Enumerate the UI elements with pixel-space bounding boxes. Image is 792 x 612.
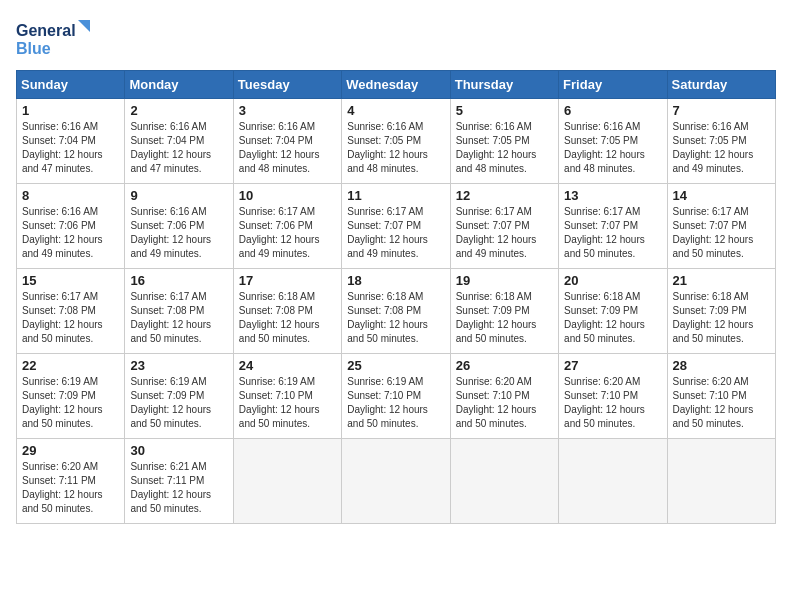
calendar-cell: 26Sunrise: 6:20 AMSunset: 7:10 PMDayligh… [450, 354, 558, 439]
day-number: 5 [456, 103, 553, 118]
calendar: SundayMondayTuesdayWednesdayThursdayFrid… [16, 70, 776, 524]
calendar-cell [667, 439, 775, 524]
calendar-cell: 9Sunrise: 6:16 AMSunset: 7:06 PMDaylight… [125, 184, 233, 269]
calendar-cell: 25Sunrise: 6:19 AMSunset: 7:10 PMDayligh… [342, 354, 450, 439]
day-info: Sunrise: 6:21 AMSunset: 7:11 PMDaylight:… [130, 460, 227, 516]
day-info: Sunrise: 6:16 AMSunset: 7:06 PMDaylight:… [22, 205, 119, 261]
day-info: Sunrise: 6:20 AMSunset: 7:10 PMDaylight:… [673, 375, 770, 431]
calendar-cell: 16Sunrise: 6:17 AMSunset: 7:08 PMDayligh… [125, 269, 233, 354]
day-info: Sunrise: 6:17 AMSunset: 7:07 PMDaylight:… [456, 205, 553, 261]
day-number: 15 [22, 273, 119, 288]
calendar-cell: 15Sunrise: 6:17 AMSunset: 7:08 PMDayligh… [17, 269, 125, 354]
day-number: 9 [130, 188, 227, 203]
calendar-cell: 5Sunrise: 6:16 AMSunset: 7:05 PMDaylight… [450, 99, 558, 184]
day-info: Sunrise: 6:17 AMSunset: 7:08 PMDaylight:… [130, 290, 227, 346]
day-number: 25 [347, 358, 444, 373]
day-number: 12 [456, 188, 553, 203]
calendar-cell: 29Sunrise: 6:20 AMSunset: 7:11 PMDayligh… [17, 439, 125, 524]
week-row-3: 15Sunrise: 6:17 AMSunset: 7:08 PMDayligh… [17, 269, 776, 354]
day-info: Sunrise: 6:16 AMSunset: 7:05 PMDaylight:… [673, 120, 770, 176]
logo-svg: General Blue [16, 16, 96, 60]
weekday-header-row: SundayMondayTuesdayWednesdayThursdayFrid… [17, 71, 776, 99]
day-number: 27 [564, 358, 661, 373]
week-row-4: 22Sunrise: 6:19 AMSunset: 7:09 PMDayligh… [17, 354, 776, 439]
day-number: 11 [347, 188, 444, 203]
day-info: Sunrise: 6:17 AMSunset: 7:07 PMDaylight:… [564, 205, 661, 261]
day-info: Sunrise: 6:16 AMSunset: 7:04 PMDaylight:… [239, 120, 336, 176]
day-number: 22 [22, 358, 119, 373]
day-number: 10 [239, 188, 336, 203]
day-info: Sunrise: 6:16 AMSunset: 7:05 PMDaylight:… [564, 120, 661, 176]
calendar-cell [342, 439, 450, 524]
calendar-cell: 4Sunrise: 6:16 AMSunset: 7:05 PMDaylight… [342, 99, 450, 184]
calendar-cell: 2Sunrise: 6:16 AMSunset: 7:04 PMDaylight… [125, 99, 233, 184]
calendar-cell: 13Sunrise: 6:17 AMSunset: 7:07 PMDayligh… [559, 184, 667, 269]
calendar-cell: 14Sunrise: 6:17 AMSunset: 7:07 PMDayligh… [667, 184, 775, 269]
weekday-header-friday: Friday [559, 71, 667, 99]
weekday-header-thursday: Thursday [450, 71, 558, 99]
calendar-cell: 8Sunrise: 6:16 AMSunset: 7:06 PMDaylight… [17, 184, 125, 269]
weekday-header-monday: Monday [125, 71, 233, 99]
calendar-cell: 21Sunrise: 6:18 AMSunset: 7:09 PMDayligh… [667, 269, 775, 354]
calendar-cell: 17Sunrise: 6:18 AMSunset: 7:08 PMDayligh… [233, 269, 341, 354]
day-info: Sunrise: 6:17 AMSunset: 7:07 PMDaylight:… [673, 205, 770, 261]
day-info: Sunrise: 6:19 AMSunset: 7:09 PMDaylight:… [22, 375, 119, 431]
day-number: 28 [673, 358, 770, 373]
calendar-cell: 20Sunrise: 6:18 AMSunset: 7:09 PMDayligh… [559, 269, 667, 354]
calendar-cell: 30Sunrise: 6:21 AMSunset: 7:11 PMDayligh… [125, 439, 233, 524]
day-number: 1 [22, 103, 119, 118]
day-info: Sunrise: 6:18 AMSunset: 7:09 PMDaylight:… [456, 290, 553, 346]
calendar-cell [559, 439, 667, 524]
weekday-header-wednesday: Wednesday [342, 71, 450, 99]
calendar-cell: 19Sunrise: 6:18 AMSunset: 7:09 PMDayligh… [450, 269, 558, 354]
svg-text:Blue: Blue [16, 40, 51, 57]
day-info: Sunrise: 6:16 AMSunset: 7:04 PMDaylight:… [130, 120, 227, 176]
calendar-cell: 12Sunrise: 6:17 AMSunset: 7:07 PMDayligh… [450, 184, 558, 269]
calendar-cell: 18Sunrise: 6:18 AMSunset: 7:08 PMDayligh… [342, 269, 450, 354]
day-info: Sunrise: 6:16 AMSunset: 7:04 PMDaylight:… [22, 120, 119, 176]
day-number: 2 [130, 103, 227, 118]
calendar-cell: 23Sunrise: 6:19 AMSunset: 7:09 PMDayligh… [125, 354, 233, 439]
day-info: Sunrise: 6:19 AMSunset: 7:10 PMDaylight:… [347, 375, 444, 431]
svg-text:General: General [16, 22, 76, 39]
day-number: 3 [239, 103, 336, 118]
day-number: 17 [239, 273, 336, 288]
day-info: Sunrise: 6:17 AMSunset: 7:06 PMDaylight:… [239, 205, 336, 261]
logo: General Blue [16, 16, 96, 60]
day-info: Sunrise: 6:18 AMSunset: 7:09 PMDaylight:… [564, 290, 661, 346]
calendar-cell: 7Sunrise: 6:16 AMSunset: 7:05 PMDaylight… [667, 99, 775, 184]
day-info: Sunrise: 6:18 AMSunset: 7:08 PMDaylight:… [239, 290, 336, 346]
day-number: 6 [564, 103, 661, 118]
week-row-2: 8Sunrise: 6:16 AMSunset: 7:06 PMDaylight… [17, 184, 776, 269]
day-number: 30 [130, 443, 227, 458]
weekday-header-saturday: Saturday [667, 71, 775, 99]
day-info: Sunrise: 6:17 AMSunset: 7:07 PMDaylight:… [347, 205, 444, 261]
day-info: Sunrise: 6:20 AMSunset: 7:10 PMDaylight:… [564, 375, 661, 431]
day-number: 18 [347, 273, 444, 288]
day-number: 16 [130, 273, 227, 288]
weekday-header-sunday: Sunday [17, 71, 125, 99]
day-number: 8 [22, 188, 119, 203]
calendar-cell: 1Sunrise: 6:16 AMSunset: 7:04 PMDaylight… [17, 99, 125, 184]
day-number: 7 [673, 103, 770, 118]
calendar-cell: 10Sunrise: 6:17 AMSunset: 7:06 PMDayligh… [233, 184, 341, 269]
calendar-cell: 22Sunrise: 6:19 AMSunset: 7:09 PMDayligh… [17, 354, 125, 439]
day-info: Sunrise: 6:18 AMSunset: 7:08 PMDaylight:… [347, 290, 444, 346]
day-info: Sunrise: 6:19 AMSunset: 7:10 PMDaylight:… [239, 375, 336, 431]
day-number: 14 [673, 188, 770, 203]
calendar-cell [450, 439, 558, 524]
day-info: Sunrise: 6:16 AMSunset: 7:06 PMDaylight:… [130, 205, 227, 261]
day-number: 23 [130, 358, 227, 373]
week-row-1: 1Sunrise: 6:16 AMSunset: 7:04 PMDaylight… [17, 99, 776, 184]
day-info: Sunrise: 6:18 AMSunset: 7:09 PMDaylight:… [673, 290, 770, 346]
day-info: Sunrise: 6:19 AMSunset: 7:09 PMDaylight:… [130, 375, 227, 431]
calendar-cell: 27Sunrise: 6:20 AMSunset: 7:10 PMDayligh… [559, 354, 667, 439]
day-info: Sunrise: 6:20 AMSunset: 7:11 PMDaylight:… [22, 460, 119, 516]
day-info: Sunrise: 6:20 AMSunset: 7:10 PMDaylight:… [456, 375, 553, 431]
day-number: 4 [347, 103, 444, 118]
day-number: 26 [456, 358, 553, 373]
calendar-cell: 11Sunrise: 6:17 AMSunset: 7:07 PMDayligh… [342, 184, 450, 269]
week-row-5: 29Sunrise: 6:20 AMSunset: 7:11 PMDayligh… [17, 439, 776, 524]
header: General Blue [16, 16, 776, 60]
weekday-header-tuesday: Tuesday [233, 71, 341, 99]
